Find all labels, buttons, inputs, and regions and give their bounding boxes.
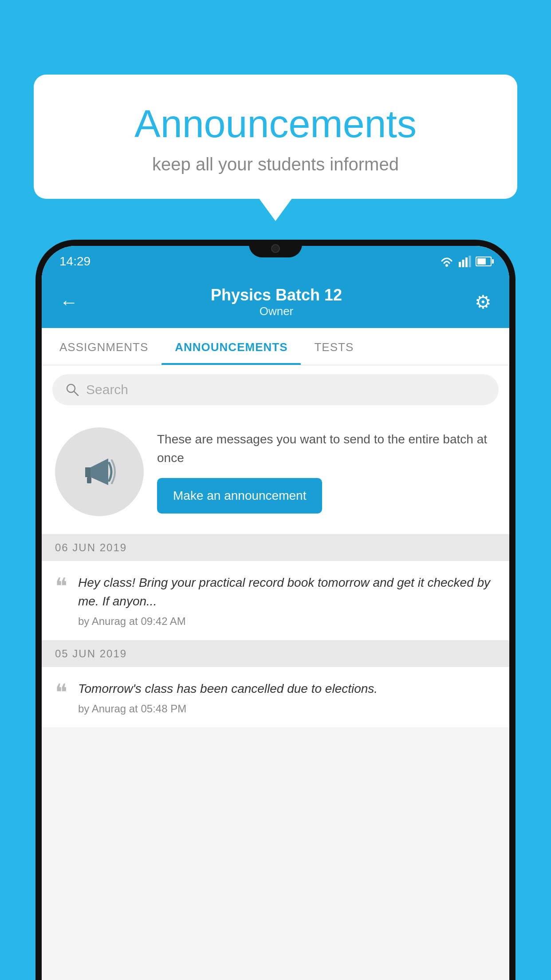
search-bar[interactable]: Search [52,374,499,405]
tab-assignments[interactable]: ASSIGNMENTS [46,328,161,365]
svg-line-6 [74,391,78,395]
date-separator-1: 06 JUN 2019 [42,534,509,561]
announcement-text-2: Tomorrow's class has been cancelled due … [78,680,496,698]
announcement-content-2: Tomorrow's class has been cancelled due … [78,680,496,715]
promo-icon-circle [55,427,144,516]
speech-bubble-card: Announcements keep all your students inf… [34,75,517,199]
svg-rect-3 [465,257,468,267]
phone-notch [249,240,302,257]
promo-description: These are messages you want to send to t… [157,430,496,467]
status-time: 14:29 [59,254,91,269]
quote-icon-1: ❝ [55,575,67,598]
svg-rect-2 [462,260,464,267]
search-icon [66,383,79,396]
promo-block: These are messages you want to send to t… [42,414,509,534]
quote-icon-2: ❝ [55,681,67,704]
phone-screen: 14:29 [42,246,509,980]
content-area: Search These are messages you want [42,365,509,728]
megaphone-icon [77,450,122,494]
header-title-group: Physics Batch 12 Owner [211,286,342,318]
svg-rect-8 [87,477,91,483]
make-announcement-button[interactable]: Make an announcement [157,478,322,514]
phone-frame: 14:29 [35,240,516,980]
back-button[interactable]: ← [59,292,78,313]
battery-icon [476,257,492,266]
announcement-content-1: Hey class! Bring your practical record b… [78,573,496,628]
search-placeholder-text: Search [86,382,128,397]
svg-point-0 [445,264,448,267]
tab-tests[interactable]: TESTS [301,328,367,365]
tab-announcements[interactable]: ANNOUNCEMENTS [161,328,301,365]
status-icons [439,256,492,267]
bubble-title: Announcements [56,101,495,146]
announcement-item-2[interactable]: ❝ Tomorrow's class has been cancelled du… [42,667,509,728]
tabs-bar: ASSIGNMENTS ANNOUNCEMENTS TESTS [42,328,509,365]
camera [271,244,280,253]
owner-label: Owner [211,304,342,318]
announcement-text-1: Hey class! Bring your practical record b… [78,573,496,611]
wifi-icon [439,256,454,267]
announcement-meta-1: by Anurag at 09:42 AM [78,615,496,628]
batch-name: Physics Batch 12 [211,286,342,304]
search-container: Search [42,365,509,414]
promo-right: These are messages you want to send to t… [157,430,496,514]
signal-icon [459,256,471,267]
svg-rect-7 [85,467,91,477]
app-header: ← Physics Batch 12 Owner ⚙ [42,277,509,328]
svg-rect-1 [459,262,461,267]
bubble-subtitle: keep all your students informed [56,154,495,174]
settings-icon[interactable]: ⚙ [475,291,492,313]
announcement-meta-2: by Anurag at 05:48 PM [78,703,496,715]
svg-rect-4 [469,256,471,267]
date-separator-2: 05 JUN 2019 [42,640,509,667]
announcement-item-1[interactable]: ❝ Hey class! Bring your practical record… [42,561,509,640]
